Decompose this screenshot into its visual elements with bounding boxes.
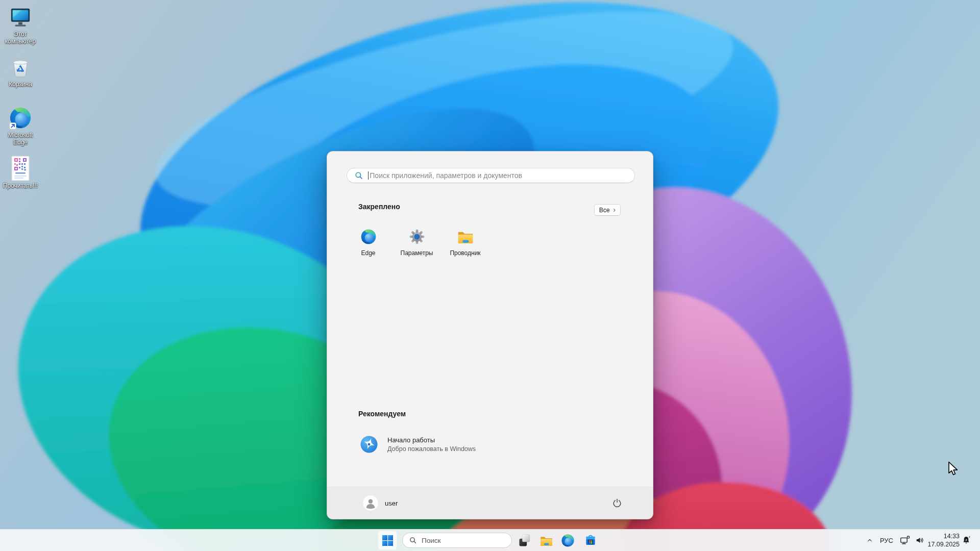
search-icon: [354, 171, 363, 180]
readme-qr-file-icon: [1, 155, 40, 181]
power-button[interactable]: [607, 493, 627, 513]
desktop-icon-label: Корзина: [1, 81, 40, 88]
edge-icon: [1, 104, 40, 131]
desktop-icon-this-pc[interactable]: Этот компьютер: [1, 3, 40, 45]
pinned-all-button[interactable]: Все ›: [594, 204, 621, 216]
get-started-icon: [360, 435, 378, 454]
start-menu-panel: Поиск приложений, параметров и документо…: [327, 151, 653, 519]
task-view-icon: [518, 534, 531, 547]
task-view-button[interactable]: [516, 531, 534, 549]
edge-button[interactable]: [558, 531, 577, 549]
search-icon: [409, 536, 417, 544]
this-pc-icon: [1, 3, 40, 30]
text-caret: [368, 171, 369, 180]
desktop-screen: Этот компьютер Корзина: [0, 0, 980, 551]
start-button[interactable]: [378, 531, 397, 550]
recommended-item-get-started[interactable]: Начало работы Добро пожаловать в Windows: [352, 429, 535, 460]
clock[interactable]: 14:33 17.09.2025: [927, 530, 960, 551]
recommended-item-title: Начало работы: [387, 436, 476, 444]
network-button[interactable]: [898, 531, 912, 549]
start-menu-footer: user: [327, 487, 653, 519]
edge-icon: [360, 229, 377, 245]
user-profile-button[interactable]: user: [359, 493, 402, 513]
folder-icon: [457, 229, 474, 245]
ethernet-network-icon: [899, 535, 911, 546]
edge-icon: [561, 534, 575, 547]
desktop-icon-label: Microsoft Edge: [1, 132, 40, 146]
recommended-section-title: Рекомендуем: [358, 410, 406, 418]
pinned-app-label: Edge: [361, 249, 375, 257]
recommended-item-subtitle: Добро пожаловать в Windows: [387, 445, 476, 453]
folder-icon: [540, 534, 553, 547]
pinned-apps-row: Edge Парам: [344, 223, 489, 266]
start-search-placeholder: Поиск приложений, параметров и документо…: [370, 171, 522, 180]
file-explorer-button[interactable]: [537, 531, 555, 549]
avatar: [363, 495, 378, 511]
desktop-icon-recycle-bin[interactable]: Корзина: [1, 53, 40, 88]
pinned-app-explorer[interactable]: Проводник: [441, 223, 489, 266]
microsoft-store-button[interactable]: [581, 531, 600, 549]
desktop-icon-edge[interactable]: Microsoft Edge: [1, 104, 40, 146]
chevron-right-icon: ›: [613, 206, 616, 213]
pinned-app-settings[interactable]: Параметры: [393, 223, 441, 266]
chevron-up-icon: [866, 536, 874, 544]
desktop-icon-readme[interactable]: Прочитать!!!: [1, 155, 40, 190]
windows-logo-icon: [382, 535, 394, 546]
start-search-input[interactable]: Поиск приложений, параметров и документо…: [347, 168, 635, 183]
volume-button[interactable]: [913, 531, 927, 549]
pinned-app-label: Параметры: [401, 249, 433, 257]
mouse-cursor: [948, 461, 959, 477]
svg-text:z: z: [965, 538, 967, 541]
pinned-app-label: Проводник: [450, 249, 480, 257]
gear-icon: [409, 229, 425, 245]
power-icon: [612, 498, 622, 508]
tray-overflow-button[interactable]: [863, 531, 876, 549]
taskbar-search-placeholder: Поиск: [422, 537, 440, 544]
pinned-section-title: Закреплено: [358, 203, 400, 211]
store-icon: [584, 534, 597, 547]
speaker-icon: [915, 535, 925, 545]
recycle-bin-icon: [1, 53, 40, 80]
tray-time: 14:33: [944, 532, 960, 541]
desktop-icon-label: Этот компьютер: [1, 31, 40, 45]
pinned-app-edge[interactable]: Edge: [344, 223, 393, 266]
taskbar: Поиск: [0, 529, 980, 551]
taskbar-search-box[interactable]: Поиск: [402, 533, 512, 548]
username-label: user: [385, 499, 398, 507]
desktop-icon-label: Прочитать!!!: [1, 183, 40, 190]
language-indicator[interactable]: РУС: [877, 531, 896, 549]
notification-center-button[interactable]: z z: [960, 531, 973, 549]
tray-date: 17.09.2025: [927, 540, 960, 549]
svg-text:z: z: [969, 536, 970, 538]
bell-snooze-icon: z z: [961, 535, 971, 545]
